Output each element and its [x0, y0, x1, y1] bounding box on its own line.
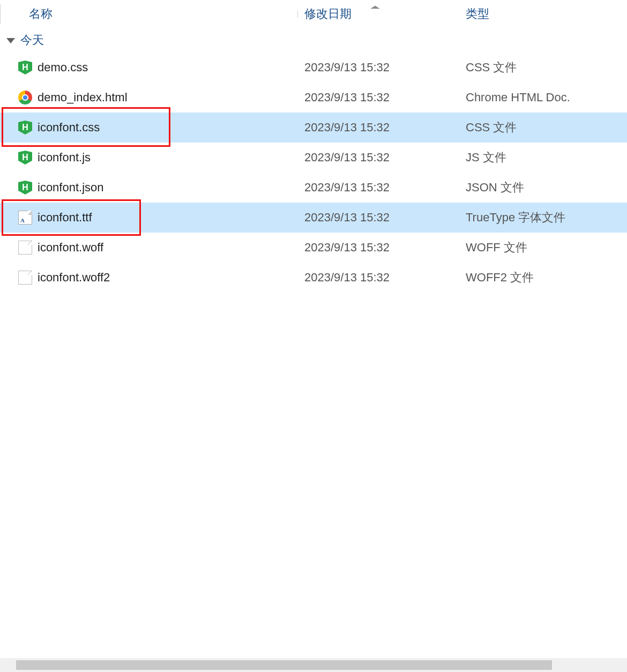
file-row[interactable]: iconfont.json2023/9/13 15:32JSON 文件 — [0, 173, 627, 203]
file-type: JSON 文件 — [458, 180, 627, 196]
file-date: 2023/9/13 15:32 — [297, 61, 458, 74]
column-header-date-label: 修改日期 — [304, 7, 352, 20]
file-date: 2023/9/13 15:32 — [297, 151, 458, 165]
file-icon-cell — [0, 61, 38, 74]
file-icon-cell — [0, 271, 38, 285]
file-icon-cell — [0, 211, 38, 225]
column-header-row: 名称 修改日期 类型 — [0, 0, 627, 28]
file-name: iconfont.json — [38, 181, 297, 195]
sort-ascending-icon — [370, 6, 380, 9]
file-row[interactable]: iconfont.woff22023/9/13 15:32WOFF2 文件 — [0, 263, 627, 293]
file-icon-cell — [0, 181, 38, 195]
file-date: 2023/9/13 15:32 — [297, 121, 458, 135]
file-icon-cell — [0, 151, 38, 165]
group-label: 今天 — [20, 32, 44, 48]
file-name: demo_index.html — [38, 91, 297, 104]
column-header-type-label: 类型 — [466, 7, 489, 20]
column-header-date[interactable]: 修改日期 — [297, 6, 458, 22]
ttf-file-icon — [18, 211, 32, 225]
file-row[interactable]: iconfont.js2023/9/13 15:32JS 文件 — [0, 143, 627, 173]
file-row[interactable]: demo.css2023/9/13 15:32CSS 文件 — [0, 53, 627, 83]
chevron-down-icon — [6, 38, 15, 43]
file-type: CSS 文件 — [458, 120, 627, 136]
column-header-name[interactable]: 名称 — [0, 6, 297, 22]
file-type: TrueType 字体文件 — [458, 210, 627, 226]
group-header[interactable]: 今天 — [0, 28, 627, 53]
file-row[interactable]: demo_index.html2023/9/13 15:32Chrome HTM… — [0, 83, 627, 113]
column-separator — [297, 10, 298, 18]
file-name: iconfont.ttf — [38, 211, 297, 225]
blank-file-icon — [18, 241, 32, 255]
file-type: WOFF 文件 — [458, 240, 627, 256]
file-type: WOFF2 文件 — [458, 270, 627, 286]
file-name: iconfont.woff2 — [38, 271, 297, 285]
file-date: 2023/9/13 15:32 — [297, 181, 458, 195]
file-list: demo.css2023/9/13 15:32CSS 文件demo_index.… — [0, 53, 627, 293]
file-type: JS 文件 — [458, 150, 627, 166]
chrome-file-icon — [18, 91, 32, 104]
file-date: 2023/9/13 15:32 — [297, 91, 458, 104]
file-name: demo.css — [38, 61, 297, 74]
hbuilder-file-icon — [18, 151, 32, 165]
file-name: iconfont.css — [38, 121, 297, 135]
file-row[interactable]: iconfont.css2023/9/13 15:32CSS 文件 — [0, 113, 627, 143]
file-date: 2023/9/13 15:32 — [297, 211, 458, 225]
blank-file-icon — [18, 271, 32, 285]
file-icon-cell — [0, 121, 38, 135]
file-name: iconfont.js — [38, 151, 297, 165]
file-date: 2023/9/13 15:32 — [297, 271, 458, 285]
column-separator — [0, 4, 1, 24]
file-type: CSS 文件 — [458, 59, 627, 76]
file-type: Chrome HTML Doc. — [458, 91, 627, 104]
file-row[interactable]: iconfont.woff2023/9/13 15:32WOFF 文件 — [0, 233, 627, 263]
file-date: 2023/9/13 15:32 — [297, 241, 458, 255]
hbuilder-file-icon — [18, 121, 32, 135]
file-row[interactable]: iconfont.ttf2023/9/13 15:32TrueType 字体文件 — [0, 203, 627, 233]
file-name: iconfont.woff — [38, 241, 297, 255]
column-header-type[interactable]: 类型 — [458, 6, 627, 22]
horizontal-scrollbar[interactable] — [0, 658, 627, 672]
horizontal-scrollbar-thumb[interactable] — [16, 660, 552, 670]
hbuilder-file-icon — [18, 181, 32, 195]
file-icon-cell — [0, 241, 38, 255]
file-icon-cell — [0, 91, 38, 104]
hbuilder-file-icon — [18, 61, 32, 74]
